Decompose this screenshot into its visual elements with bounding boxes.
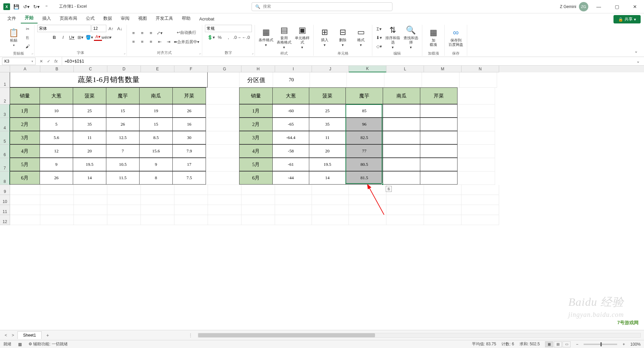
cell-D10[interactable] (107, 195, 141, 205)
cell-D5[interactable]: 12.5 (106, 131, 140, 144)
tab-home[interactable]: 开始 (21, 13, 38, 23)
tab-insert[interactable]: 插入 (38, 13, 55, 23)
cut-icon[interactable]: ✂ (23, 25, 32, 32)
row-header[interactable]: 12 (0, 215, 10, 225)
cell-K7[interactable]: 80.5 (345, 158, 383, 171)
user-name[interactable]: Z Gemini (560, 4, 576, 9)
cell-F5[interactable]: 30 (172, 131, 206, 144)
cancel-formula-icon[interactable]: ✕ (38, 59, 44, 64)
cell-I11[interactable] (275, 205, 312, 215)
cell-J12[interactable] (312, 215, 349, 225)
cell-N12[interactable] (462, 215, 499, 225)
cell-G9[interactable] (208, 185, 241, 195)
cell-D12[interactable] (107, 215, 141, 225)
cell-B9[interactable] (40, 185, 74, 195)
name-box[interactable]: K3▾ (2, 58, 36, 65)
cell-C9[interactable] (74, 185, 107, 195)
cell-H11[interactable] (241, 205, 275, 215)
cell-D4[interactable]: 26 (106, 118, 140, 131)
cell-I3[interactable]: -60 (272, 104, 309, 118)
cell-D2[interactable]: 魔芋 (106, 87, 140, 104)
spreadsheet-grid[interactable]: A B C D E F G H I J K L M N 1蔬菜1-6月销售数量分… (0, 66, 644, 330)
cell-B4[interactable]: 5 (40, 118, 73, 131)
cell-H4[interactable]: 2月 (239, 118, 273, 131)
view-page-break-icon[interactable]: ▭ (562, 341, 571, 347)
cell-G7[interactable] (206, 158, 239, 171)
sort-filter-button[interactable]: ⇅排序和筛选▾ (384, 25, 401, 50)
col-header[interactable]: H (241, 66, 275, 72)
cell-L8[interactable] (383, 171, 420, 185)
tab-file[interactable]: 文件 (3, 13, 20, 23)
cell-F7[interactable]: 17 (172, 158, 206, 171)
col-header[interactable]: M (424, 66, 462, 72)
cell-E8[interactable]: 8 (139, 171, 173, 185)
cell-L5[interactable] (383, 131, 420, 144)
font-color-icon[interactable]: A▾ (94, 33, 102, 41)
cell-A7[interactable]: 5月 (10, 158, 40, 171)
cell-N1[interactable] (460, 72, 497, 88)
cell-C10[interactable] (74, 195, 107, 205)
cell-N7[interactable] (458, 158, 495, 171)
status-record-icon[interactable]: ▦ (18, 342, 22, 347)
cell-K10[interactable] (349, 195, 386, 205)
cell-A5[interactable]: 3月 (10, 131, 40, 144)
align-left-icon[interactable]: ≡ (129, 38, 138, 45)
cell-K11[interactable] (349, 205, 386, 215)
cell-M7[interactable] (420, 158, 458, 171)
increase-font-icon[interactable]: A↑ (107, 25, 115, 32)
undo-icon[interactable]: ↺▾ (22, 3, 30, 11)
cell-L3[interactable] (383, 104, 420, 118)
tab-developer[interactable]: 开发工具 (152, 13, 177, 23)
cell-styles-button[interactable]: ▣单元格样式▾ (294, 25, 311, 50)
cell-G6[interactable] (206, 145, 239, 158)
cell-A4[interactable]: 2月 (10, 118, 40, 131)
cell-I12[interactable] (275, 215, 312, 225)
cell-B8[interactable]: 26 (40, 171, 73, 185)
cell-M6[interactable] (420, 144, 458, 158)
col-header[interactable]: J (312, 66, 349, 72)
tab-help[interactable]: 帮助 (178, 13, 195, 23)
cell-K9[interactable] (349, 185, 386, 195)
cell-E2[interactable]: 南瓜 (139, 87, 173, 104)
align-bottom-icon[interactable]: ≡ (147, 29, 155, 37)
format-painter-icon[interactable]: 🖌 (23, 43, 32, 50)
sheet-tab[interactable]: Sheet1 (17, 331, 42, 339)
cell-F10[interactable] (174, 195, 208, 205)
cell-A3[interactable]: 1月 (10, 104, 40, 118)
cell-A11[interactable] (10, 205, 40, 215)
cell-I5[interactable]: -64.4 (272, 131, 309, 144)
row-header[interactable]: 4 (0, 118, 10, 131)
cell-K3[interactable]: 85 (345, 104, 383, 118)
cell-I1[interactable]: 70 (273, 72, 310, 88)
row-header[interactable]: 2 (0, 88, 10, 105)
dialog-launcher-icon[interactable]: ⌐ (124, 52, 126, 55)
cell-J11[interactable] (312, 205, 349, 215)
formula-input[interactable] (62, 58, 634, 65)
cell-J2[interactable]: 菠菜 (309, 87, 346, 104)
cell-E6[interactable]: 15.6 (139, 144, 173, 158)
cell-H1[interactable]: 分区值 (239, 72, 273, 88)
zoom-slider[interactable] (584, 344, 617, 345)
cell-L12[interactable] (386, 215, 424, 225)
cell-B3[interactable]: 10 (40, 104, 73, 118)
cell-E11[interactable] (141, 205, 174, 215)
baidu-save-button[interactable]: ∞保存到 百度网盘 (447, 25, 464, 50)
cell-E4[interactable]: 15 (139, 118, 173, 131)
cell-E7[interactable]: 9 (139, 158, 173, 171)
cell-I8[interactable]: -44 (272, 171, 309, 185)
cell-M3[interactable] (420, 104, 458, 118)
cell-I9[interactable] (275, 185, 312, 195)
cell-A10[interactable] (10, 195, 40, 205)
phonetic-icon[interactable]: wén▾ (103, 33, 111, 41)
cell-K1[interactable] (347, 72, 384, 88)
col-header[interactable]: D (107, 66, 141, 72)
cell-I4[interactable]: -65 (272, 118, 309, 131)
font-name-select[interactable] (37, 25, 91, 32)
cell-L1[interactable] (384, 72, 422, 88)
minimize-button[interactable]: — (591, 0, 606, 13)
cell-D11[interactable] (107, 205, 141, 215)
cell-F4[interactable]: 16 (172, 118, 206, 131)
accept-formula-icon[interactable]: ✓ (46, 59, 52, 64)
cell-L11[interactable] (386, 205, 424, 215)
col-header[interactable]: K (349, 66, 386, 72)
